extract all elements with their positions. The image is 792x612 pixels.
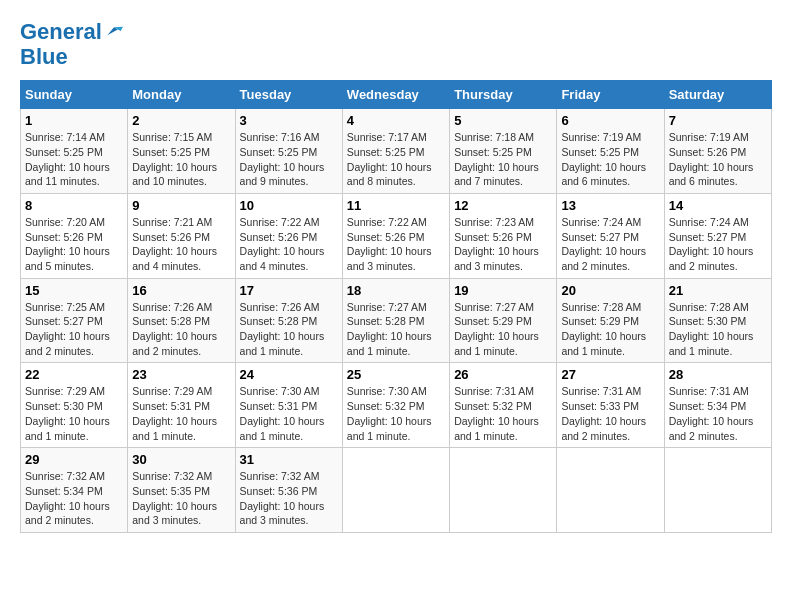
calendar-cell: 17Sunrise: 7:26 AMSunset: 5:28 PMDayligh… (235, 278, 342, 363)
calendar-cell: 28Sunrise: 7:31 AMSunset: 5:34 PMDayligh… (664, 363, 771, 448)
day-info: Sunrise: 7:14 AMSunset: 5:25 PMDaylight:… (25, 130, 123, 189)
day-number: 30 (132, 452, 230, 467)
calendar-cell: 12Sunrise: 7:23 AMSunset: 5:26 PMDayligh… (450, 193, 557, 278)
day-info: Sunrise: 7:32 AMSunset: 5:35 PMDaylight:… (132, 469, 230, 528)
day-number: 16 (132, 283, 230, 298)
calendar-cell: 14Sunrise: 7:24 AMSunset: 5:27 PMDayligh… (664, 193, 771, 278)
day-number: 12 (454, 198, 552, 213)
calendar-cell: 7Sunrise: 7:19 AMSunset: 5:26 PMDaylight… (664, 109, 771, 194)
day-number: 15 (25, 283, 123, 298)
day-info: Sunrise: 7:30 AMSunset: 5:32 PMDaylight:… (347, 384, 445, 443)
day-info: Sunrise: 7:32 AMSunset: 5:36 PMDaylight:… (240, 469, 338, 528)
calendar-week-row: 15Sunrise: 7:25 AMSunset: 5:27 PMDayligh… (21, 278, 772, 363)
day-number: 28 (669, 367, 767, 382)
day-number: 25 (347, 367, 445, 382)
calendar-cell: 29Sunrise: 7:32 AMSunset: 5:34 PMDayligh… (21, 448, 128, 533)
calendar-cell: 31Sunrise: 7:32 AMSunset: 5:36 PMDayligh… (235, 448, 342, 533)
day-number: 22 (25, 367, 123, 382)
day-number: 27 (561, 367, 659, 382)
day-info: Sunrise: 7:31 AMSunset: 5:33 PMDaylight:… (561, 384, 659, 443)
calendar-cell: 21Sunrise: 7:28 AMSunset: 5:30 PMDayligh… (664, 278, 771, 363)
day-info: Sunrise: 7:30 AMSunset: 5:31 PMDaylight:… (240, 384, 338, 443)
day-number: 8 (25, 198, 123, 213)
calendar-cell: 20Sunrise: 7:28 AMSunset: 5:29 PMDayligh… (557, 278, 664, 363)
calendar-week-row: 29Sunrise: 7:32 AMSunset: 5:34 PMDayligh… (21, 448, 772, 533)
day-info: Sunrise: 7:24 AMSunset: 5:27 PMDaylight:… (561, 215, 659, 274)
day-info: Sunrise: 7:25 AMSunset: 5:27 PMDaylight:… (25, 300, 123, 359)
calendar-cell: 13Sunrise: 7:24 AMSunset: 5:27 PMDayligh… (557, 193, 664, 278)
calendar-cell: 9Sunrise: 7:21 AMSunset: 5:26 PMDaylight… (128, 193, 235, 278)
day-info: Sunrise: 7:26 AMSunset: 5:28 PMDaylight:… (240, 300, 338, 359)
calendar-cell (342, 448, 449, 533)
day-info: Sunrise: 7:21 AMSunset: 5:26 PMDaylight:… (132, 215, 230, 274)
day-number: 4 (347, 113, 445, 128)
day-number: 9 (132, 198, 230, 213)
day-info: Sunrise: 7:19 AMSunset: 5:26 PMDaylight:… (669, 130, 767, 189)
header-saturday: Saturday (664, 81, 771, 109)
day-number: 18 (347, 283, 445, 298)
day-info: Sunrise: 7:19 AMSunset: 5:25 PMDaylight:… (561, 130, 659, 189)
header-monday: Monday (128, 81, 235, 109)
calendar-header-row: SundayMondayTuesdayWednesdayThursdayFrid… (21, 81, 772, 109)
day-info: Sunrise: 7:20 AMSunset: 5:26 PMDaylight:… (25, 215, 123, 274)
day-info: Sunrise: 7:29 AMSunset: 5:31 PMDaylight:… (132, 384, 230, 443)
day-number: 13 (561, 198, 659, 213)
calendar-week-row: 22Sunrise: 7:29 AMSunset: 5:30 PMDayligh… (21, 363, 772, 448)
day-number: 2 (132, 113, 230, 128)
day-info: Sunrise: 7:31 AMSunset: 5:34 PMDaylight:… (669, 384, 767, 443)
calendar-cell (450, 448, 557, 533)
logo-icon (104, 22, 124, 42)
day-info: Sunrise: 7:16 AMSunset: 5:25 PMDaylight:… (240, 130, 338, 189)
day-info: Sunrise: 7:27 AMSunset: 5:28 PMDaylight:… (347, 300, 445, 359)
day-info: Sunrise: 7:23 AMSunset: 5:26 PMDaylight:… (454, 215, 552, 274)
day-info: Sunrise: 7:27 AMSunset: 5:29 PMDaylight:… (454, 300, 552, 359)
logo: General Blue (20, 20, 124, 70)
calendar-cell: 6Sunrise: 7:19 AMSunset: 5:25 PMDaylight… (557, 109, 664, 194)
day-number: 14 (669, 198, 767, 213)
calendar-cell (664, 448, 771, 533)
day-info: Sunrise: 7:29 AMSunset: 5:30 PMDaylight:… (25, 384, 123, 443)
day-number: 24 (240, 367, 338, 382)
calendar-week-row: 8Sunrise: 7:20 AMSunset: 5:26 PMDaylight… (21, 193, 772, 278)
header-thursday: Thursday (450, 81, 557, 109)
day-info: Sunrise: 7:24 AMSunset: 5:27 PMDaylight:… (669, 215, 767, 274)
calendar-cell: 10Sunrise: 7:22 AMSunset: 5:26 PMDayligh… (235, 193, 342, 278)
header-wednesday: Wednesday (342, 81, 449, 109)
day-info: Sunrise: 7:26 AMSunset: 5:28 PMDaylight:… (132, 300, 230, 359)
calendar-cell: 15Sunrise: 7:25 AMSunset: 5:27 PMDayligh… (21, 278, 128, 363)
day-number: 23 (132, 367, 230, 382)
day-info: Sunrise: 7:31 AMSunset: 5:32 PMDaylight:… (454, 384, 552, 443)
logo-general: General (20, 19, 102, 44)
day-number: 6 (561, 113, 659, 128)
calendar-cell: 25Sunrise: 7:30 AMSunset: 5:32 PMDayligh… (342, 363, 449, 448)
day-number: 31 (240, 452, 338, 467)
calendar-cell: 19Sunrise: 7:27 AMSunset: 5:29 PMDayligh… (450, 278, 557, 363)
calendar-cell: 16Sunrise: 7:26 AMSunset: 5:28 PMDayligh… (128, 278, 235, 363)
header-tuesday: Tuesday (235, 81, 342, 109)
day-info: Sunrise: 7:22 AMSunset: 5:26 PMDaylight:… (240, 215, 338, 274)
day-info: Sunrise: 7:18 AMSunset: 5:25 PMDaylight:… (454, 130, 552, 189)
day-info: Sunrise: 7:28 AMSunset: 5:29 PMDaylight:… (561, 300, 659, 359)
day-number: 3 (240, 113, 338, 128)
day-info: Sunrise: 7:32 AMSunset: 5:34 PMDaylight:… (25, 469, 123, 528)
calendar-cell: 23Sunrise: 7:29 AMSunset: 5:31 PMDayligh… (128, 363, 235, 448)
day-number: 17 (240, 283, 338, 298)
day-number: 11 (347, 198, 445, 213)
calendar-cell: 18Sunrise: 7:27 AMSunset: 5:28 PMDayligh… (342, 278, 449, 363)
header-friday: Friday (557, 81, 664, 109)
logo-blue: Blue (20, 44, 124, 70)
day-number: 5 (454, 113, 552, 128)
logo-text: General (20, 20, 102, 44)
calendar-cell: 5Sunrise: 7:18 AMSunset: 5:25 PMDaylight… (450, 109, 557, 194)
calendar-cell: 3Sunrise: 7:16 AMSunset: 5:25 PMDaylight… (235, 109, 342, 194)
day-number: 20 (561, 283, 659, 298)
calendar-cell: 24Sunrise: 7:30 AMSunset: 5:31 PMDayligh… (235, 363, 342, 448)
day-number: 21 (669, 283, 767, 298)
day-number: 26 (454, 367, 552, 382)
page-header: General Blue (20, 20, 772, 70)
calendar-cell: 22Sunrise: 7:29 AMSunset: 5:30 PMDayligh… (21, 363, 128, 448)
calendar-cell: 11Sunrise: 7:22 AMSunset: 5:26 PMDayligh… (342, 193, 449, 278)
calendar-cell: 27Sunrise: 7:31 AMSunset: 5:33 PMDayligh… (557, 363, 664, 448)
calendar-table: SundayMondayTuesdayWednesdayThursdayFrid… (20, 80, 772, 533)
header-sunday: Sunday (21, 81, 128, 109)
